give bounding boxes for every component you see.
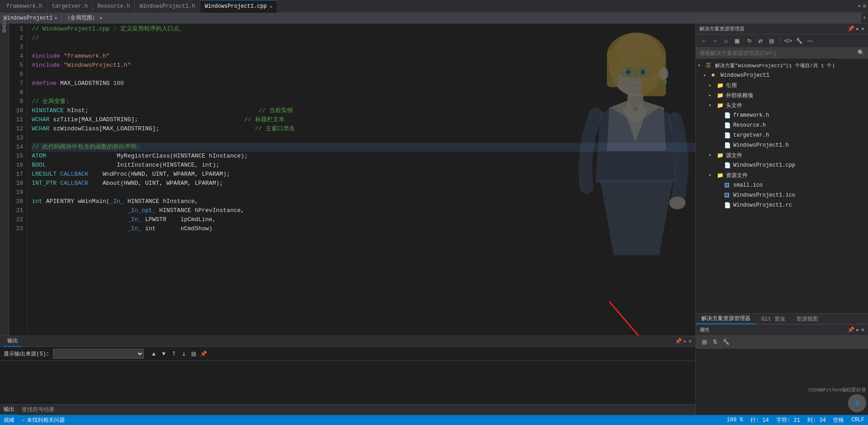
line-number-8: 8 (9, 88, 23, 97)
spanner-btn[interactable]: 🔧 (794, 36, 804, 45)
token-type: LRESULT (32, 170, 57, 179)
tab-git-changes[interactable]: Git 更改 (756, 313, 791, 324)
close-icon-2[interactable]: ✕ (861, 326, 864, 333)
expand-icon-3[interactable]: ▸ (684, 338, 687, 345)
tab-settings-icon[interactable]: ⚙ (863, 3, 866, 10)
line-number-6: 6 (9, 70, 23, 79)
back-btn[interactable]: ← (700, 36, 709, 45)
add-file-icon[interactable]: + (861, 15, 868, 21)
close-icon-3[interactable]: ✕ (689, 338, 692, 345)
tab-resource-h[interactable]: Resource.h (93, 0, 135, 13)
tree-item-project[interactable]: ▾ ■ WindowsProject1 (696, 70, 868, 80)
tree-item-header-files[interactable]: ▾ 📁 头文件 (696, 100, 868, 110)
code-line-15[interactable]: ATOM MyRegisterClass(HINSTANCE hInstance… (32, 152, 695, 161)
home-btn[interactable]: ⌂ (721, 36, 730, 45)
code-line-17[interactable]: LRESULT CALLBACK WndProc(HWND, UINT, WPA… (32, 170, 695, 179)
expand-icon[interactable]: ▸ (856, 25, 859, 32)
output-top-btn[interactable]: ⤒ (169, 349, 178, 358)
tree-item-small-ico[interactable]: 🖼 small.ico (696, 180, 868, 190)
tab-overflow-icon[interactable]: ▾ (858, 3, 861, 10)
code-line-23[interactable]: _In_ int nCmdShow) (32, 224, 695, 233)
minus-btn[interactable]: — (805, 36, 814, 45)
tree-item-external-deps[interactable]: ▸ 📁 外部依赖项 (696, 90, 868, 100)
refs-icon: 📁 (717, 82, 724, 89)
status-line-ending[interactable]: CRLF (851, 417, 864, 423)
code-line-13[interactable] (32, 133, 695, 143)
tab-framework-h[interactable]: framework.h (2, 0, 47, 13)
output-filter-btn[interactable]: ▤ (189, 349, 198, 358)
token-macro: #include (32, 52, 60, 61)
output-down-btn[interactable]: ▼ (159, 349, 168, 358)
props-sort-btn[interactable]: ⇅ (710, 337, 720, 346)
scope-dropdown-left[interactable]: WindowsProject1 ▾ (0, 13, 61, 24)
tree-item-resource-h[interactable]: 📄 Resource.h (696, 120, 868, 130)
code-line-7[interactable]: #define MAX_LOADSTRING 100 (32, 79, 695, 88)
code-line-14[interactable]: // 此代码模块中包含的函数的前向声明: (32, 143, 695, 152)
sidebar-item-3[interactable]: 箱 (0, 35, 9, 38)
forward-btn[interactable]: → (710, 36, 720, 45)
tree-item-references[interactable]: ▸ 📁 引用 (696, 80, 868, 90)
output-source-select[interactable] (53, 349, 144, 359)
output-bottom-tab-output[interactable]: 输出 (0, 405, 18, 415)
code-line-10[interactable]: HINSTANCE hInst; // 当前实例 (32, 106, 695, 115)
refresh-btn[interactable]: ↻ (745, 36, 754, 45)
code-line-19[interactable] (32, 188, 695, 197)
search-box[interactable]: 🔍 (696, 48, 868, 59)
tree-item-resource-files[interactable]: ▾ 📁 资源文件 (696, 170, 868, 180)
search-input[interactable] (700, 50, 858, 56)
output-bottom-tab-find[interactable]: 查找符号结果 (18, 405, 58, 415)
sidebar-item-2[interactable]: 具 (0, 30, 9, 34)
tab-solution-explorer[interactable]: 解决方案资源管理器 (696, 313, 756, 324)
line-number-1: 1 (9, 25, 23, 34)
filter-btn[interactable]: ▤ (767, 36, 776, 45)
tab-close-icon[interactable]: ✕ (270, 4, 273, 10)
source-files-label: 源文件 (726, 152, 742, 159)
tab-targetver-h[interactable]: targetver.h (47, 0, 93, 13)
tree-item-solution[interactable]: ▾ ☰ 解决方案"WindowsProject1"(1 个项目/共 1 个) (696, 60, 868, 70)
sidebar-item-1[interactable]: 工 (0, 25, 9, 29)
tab-windowsproject1-cpp[interactable]: WindowsProject1.cpp ✕ (200, 0, 277, 13)
sync-btn[interactable]: ⇄ (756, 36, 765, 45)
properties-title: 属性 (700, 326, 710, 333)
code-line-18[interactable]: INT_PTR CALLBACK About(HWND, UINT, WPARA… (32, 179, 695, 188)
tab-windowsproject1-h[interactable]: WindowsProject1.h (135, 0, 200, 13)
code-line-20[interactable]: int APIENTRY wWinMain(_In_ HINSTANCE hIn… (32, 197, 695, 206)
properties-btn[interactable]: ▦ (732, 36, 741, 45)
code-line-4[interactable]: #include "framework.h" (32, 52, 695, 61)
output-bottom-btn[interactable]: ⤓ (179, 349, 188, 358)
output-toolbar: 显示输出来源(S): ▲ ▼ ⤒ ⤓ ▤ 📌 (0, 347, 695, 361)
code-line-5[interactable]: #include "WindowsProject1.h" (32, 61, 695, 70)
close-icon[interactable]: ✕ (861, 25, 864, 32)
code-line-21[interactable]: _In_opt_ HINSTANCE hPrevInstance, (32, 206, 695, 215)
code-line-3[interactable] (32, 43, 695, 52)
tree-item-source-files[interactable]: ▾ 📁 源文件 (696, 150, 868, 160)
code-line-11[interactable]: WCHAR szTitle[MAX_LOADSTRING]; // 标题栏文本 (32, 115, 695, 124)
status-zoom[interactable]: 100 % (727, 417, 743, 423)
code-line-12[interactable]: WCHAR szWindowClass[MAX_LOADSTRING]; // … (32, 124, 695, 133)
output-tab-output[interactable]: 输出 (4, 336, 22, 347)
props-list-btn[interactable]: ▤ (700, 337, 709, 346)
pin-icon-2[interactable]: 📌 (848, 326, 854, 333)
code-line-16[interactable]: BOOL InitInstance(HINSTANCE, int); (32, 161, 695, 170)
code-line-1[interactable]: // WindowsProject1.cpp : 定义应用程序的入口点。 (32, 25, 695, 34)
code-line-22[interactable]: _In_ LPWSTR lpCmdLine, (32, 215, 695, 224)
expand-icon-2[interactable]: ▸ (856, 326, 859, 333)
tree-item-wproject-ico[interactable]: 🖼 WindowsProject1.ico (696, 190, 868, 200)
code-line-6[interactable] (32, 70, 695, 79)
output-pin-btn[interactable]: 📌 (199, 349, 208, 358)
tree-item-framework-h[interactable]: 📄 framework.h (696, 110, 868, 120)
code-line-9[interactable]: // 全局变量: (32, 97, 695, 106)
code-line-2[interactable]: // (32, 34, 695, 43)
pin-icon[interactable]: 📌 (848, 25, 854, 32)
scope-dropdown-right[interactable]: （全局范围） ▾ (61, 13, 861, 24)
tree-item-wproject-h[interactable]: 📄 WindowsProject1.h (696, 140, 868, 150)
tab-resource-view[interactable]: 资源视图 (791, 313, 824, 324)
pin-icon-3[interactable]: 📌 (675, 338, 682, 345)
tree-item-wproject-rc[interactable]: 📄 WindowsProject1.rc (696, 200, 868, 210)
tree-item-targetver-h[interactable]: 📄 targetver.h (696, 130, 868, 140)
code-line-8[interactable] (32, 88, 695, 97)
tree-item-wproject-cpp[interactable]: 📄 WindowsProject1.cpp (696, 160, 868, 170)
output-up-btn[interactable]: ▲ (149, 349, 158, 358)
props-wrench-btn[interactable]: 🔧 (721, 337, 730, 346)
code-btn[interactable]: </> (784, 36, 793, 45)
